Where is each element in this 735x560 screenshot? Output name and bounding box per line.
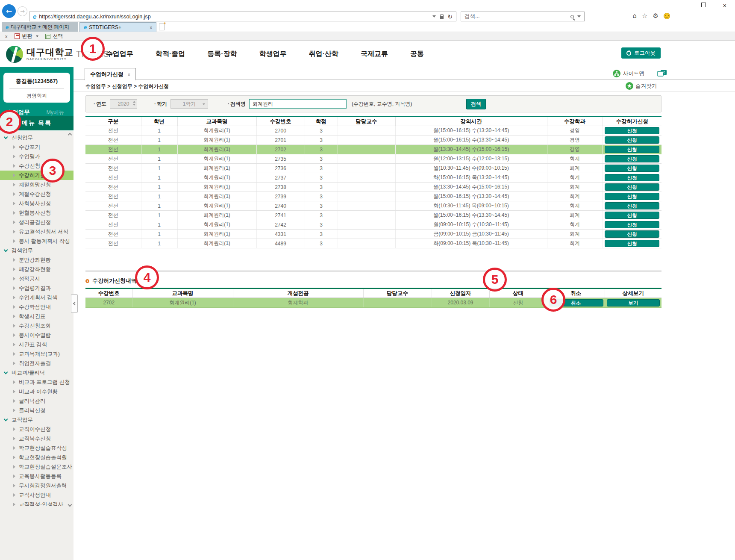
scroll-down-icon[interactable] [68,503,72,507]
keyword-input[interactable]: 회계원리 [249,99,347,109]
sidebar-tree-item[interactable]: 헌혈봉사신청 [0,208,74,218]
close-button[interactable]: × [723,3,726,9]
search-dropdown-icon[interactable] [577,15,581,18]
sidebar-tree-item[interactable]: 분반강좌현황 [0,255,74,265]
sidebar-tree-item[interactable]: 교과목개요(교과) [0,349,74,359]
convert-dropdown-icon[interactable] [36,35,38,37]
sidebar-tree-item[interactable]: 학교현장실습표작성 [0,443,74,453]
sidebar-tree-item[interactable]: 비교과 프로그램 신청 [0,377,74,387]
tab-close-icon[interactable]: x [128,72,130,77]
sidebar-tree-item[interactable]: 시간표 검색 [0,340,74,349]
university-logo[interactable] [6,46,23,63]
feedback-smiley-icon[interactable] [664,13,670,19]
sitemap-link[interactable]: 사이트맵 [613,70,644,77]
sidebar-tree-item[interactable]: 수강신청조회 [0,321,74,330]
sidebar-tree-item[interactable]: 수업계획서 검색 [0,293,74,302]
convert-button[interactable]: 변환 [22,32,32,40]
sidebar-tree-item[interactable]: 비교과/클리닉 [0,368,74,377]
apply-button[interactable]: 신청 [605,136,659,144]
logout-button[interactable]: 로그아웃 [621,47,661,59]
close-all-tabs-icon[interactable] [657,70,667,79]
sidebar-collapse-handle[interactable] [71,294,78,313]
view-detail-button[interactable]: 보기 [607,299,660,307]
sidebar-tab-my-menu[interactable]: My메뉴 [37,109,74,116]
maximize-button[interactable] [701,3,706,7]
nav-item-student[interactable]: 학생업무 [259,50,287,59]
apply-button[interactable]: 신청 [605,155,659,162]
sidebar-tree-item[interactable]: 검색업무 [0,246,74,255]
apply-button[interactable]: 신청 [605,221,659,228]
sidebar-tree-item[interactable]: 사회봉사신청 [0,199,74,208]
sidebar-tree-item[interactable]: 학교현장실습출석원 [0,453,74,462]
forward-button[interactable]: → [18,6,27,16]
new-tab-button[interactable] [159,24,165,30]
tab-close-icon[interactable]: x [150,25,153,30]
apply-button[interactable]: 신청 [605,165,659,172]
sidebar-tree-item[interactable]: 학생시간표 [0,312,74,321]
apply-button[interactable]: 신청 [605,212,659,219]
apply-button[interactable]: 신청 [605,127,659,134]
apply-button[interactable]: 신청 [605,183,659,191]
spin-down-icon[interactable] [133,104,135,106]
sidebar-tree-item[interactable]: 수업평가 [0,152,74,161]
sidebar-tree-item[interactable]: 수강학점안내 [0,302,74,312]
sidebar-tree-item[interactable]: 생리공결신청 [0,218,74,227]
semester-select[interactable]: 1학기 [171,99,208,109]
apply-button[interactable]: 신청 [605,240,659,247]
browser-tab-stdtigers[interactable]: e STDTIGERS+ x [79,22,156,32]
sidebar-tree-item[interactable]: 비교과 이수현황 [0,387,74,396]
spin-up-icon[interactable] [133,101,135,103]
sidebar-tree-item[interactable]: 무시험검정원서출력 [0,481,74,490]
apply-button[interactable]: 신청 [605,146,659,153]
browser-search-box[interactable]: 검색... [461,12,585,21]
apply-button[interactable]: 신청 [605,230,659,238]
scroll-up-icon[interactable] [68,132,72,136]
sidebar-tree-item[interactable]: 신청업무 [0,133,74,142]
sidebar-tree-item[interactable]: 성적공시 [0,274,74,283]
content-tab-course-permission[interactable]: 수업허가신청 x [85,68,136,80]
sidebar-tree-item[interactable]: 클리닉관리 [0,396,74,406]
home-icon[interactable]: ⌂ [633,12,637,20]
sidebar-tree-item[interactable]: 수업평가결과 [0,283,74,293]
sidebar-tree-item[interactable]: 봉사 활동계획서 작성 [0,236,74,246]
browser-tab-daegu-main[interactable]: e 대구대학교 + 메인 페이지 [2,22,78,32]
nav-item-records[interactable]: 학적·졸업 [156,50,185,59]
refresh-icon[interactable]: ↻ [447,14,453,20]
sidebar-tab-course-work[interactable]: 수업업무 [0,109,37,116]
add-favorite-link[interactable]: 즐겨찾기 [626,82,657,90]
nav-item-international[interactable]: 국제교류 [361,50,388,59]
sidebar-tree-item[interactable]: 취업전자출결 [0,359,74,368]
minimize-button[interactable] [681,7,685,7]
back-button[interactable]: ← [2,4,16,18]
search-icon[interactable] [570,15,574,18]
favorites-icon[interactable]: ☆ [642,12,647,20]
settings-gear-icon[interactable]: ⚙ [653,12,659,20]
sidebar-tree-item[interactable]: 교직적성·인성검사 [0,500,74,506]
sidebar-tree-item[interactable]: 계절희망신청 [0,180,74,189]
nav-item-registration[interactable]: 등록·장학 [207,50,237,59]
toolbar-close-icon[interactable]: x [5,34,8,39]
sidebar-tree-item[interactable]: 교직사정안내 [0,490,74,500]
cancel-button[interactable]: 취소 [549,299,603,307]
sidebar-tree-item[interactable]: 유고결석신청서 서식 [0,227,74,236]
nav-item-course[interactable]: 수업업무 [106,50,133,59]
sidebar-tree-item[interactable]: 클리닉신청 [0,406,74,415]
sidebar-tree-item[interactable]: 학교현장실습설문조사 [0,462,74,472]
sidebar-tree-item[interactable]: 교육봉사활동등록 [0,472,74,481]
url-field[interactable]: e https://tigersstd.daegu.ac.kr/nxrun/ss… [29,12,456,21]
sidebar-tree-item[interactable]: 수강신청 [0,161,74,171]
year-spinner[interactable]: 2020 [110,99,137,109]
select-button[interactable]: 선택 [53,32,63,40]
apply-button[interactable]: 신청 [605,174,659,181]
sidebar-tree-item[interactable]: 수강허가신청 [0,171,74,180]
nav-item-common[interactable]: 공통 [410,50,424,59]
nav-item-career[interactable]: 취업·산학 [309,50,338,59]
sidebar-tree-item[interactable]: 교직이수신청 [0,424,74,434]
sidebar-tree-item[interactable]: 계절수강신청 [0,189,74,199]
url-dropdown-icon[interactable] [432,15,436,18]
apply-button[interactable]: 신청 [605,193,659,200]
sidebar-tree-item[interactable]: 수강포기 [0,142,74,152]
sidebar-tree-item[interactable]: 교직복수신청 [0,434,74,443]
sidebar-tree-item[interactable]: 폐강강좌현황 [0,265,74,274]
search-button[interactable]: 검색 [466,99,486,109]
